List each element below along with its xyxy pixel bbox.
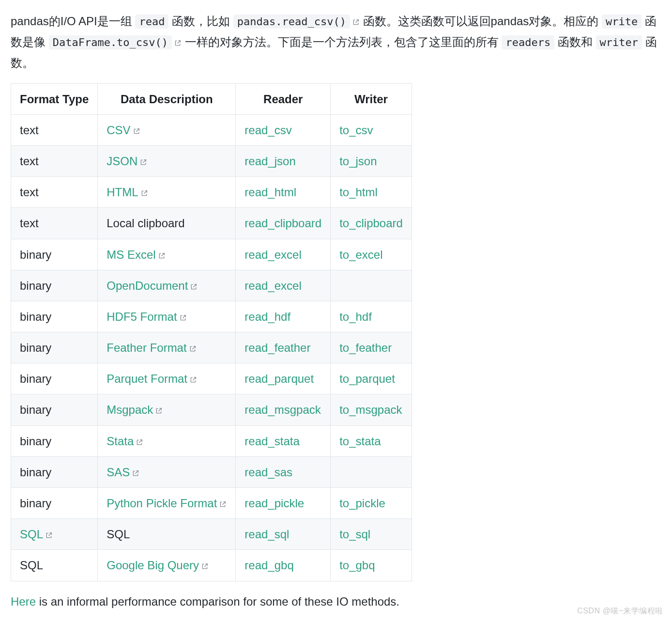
- table-row: textLocal clipboardread_clipboardto_clip…: [11, 208, 412, 239]
- reader-link[interactable]: read_sql: [244, 528, 289, 541]
- writer-link[interactable]: to_json: [339, 155, 377, 168]
- reader-link[interactable]: read_feather: [244, 341, 310, 354]
- cell-data-description: Python Pickle Format: [98, 488, 236, 519]
- th-data-description: Data Description: [98, 83, 236, 114]
- footer-text: is an informal performance comparison fo…: [36, 595, 399, 608]
- data-description-link[interactable]: HDF5 Format: [107, 310, 186, 323]
- cell-reader: read_excel: [236, 270, 331, 301]
- table-row: binarySASread_sas: [11, 456, 412, 487]
- table-row: binaryParquet Formatread_parquetto_parqu…: [11, 363, 412, 394]
- writer-link[interactable]: to_parquet: [339, 372, 395, 385]
- cell-reader: read_excel: [236, 239, 331, 270]
- external-link-icon: [352, 18, 360, 26]
- data-description-link[interactable]: Parquet Format: [107, 372, 197, 385]
- table-row: SQLGoogle Big Queryread_gbqto_gbq: [11, 550, 412, 581]
- table-row: binaryHDF5 Formatread_hdfto_hdf: [11, 301, 412, 332]
- data-description-link[interactable]: Google Big Query: [107, 559, 209, 572]
- cell-reader: read_stata: [236, 425, 331, 456]
- reader-link[interactable]: read_sas: [244, 466, 292, 479]
- reader-link[interactable]: read_pickle: [244, 497, 304, 510]
- reader-link[interactable]: read_hdf: [244, 310, 290, 323]
- cell-reader: read_sql: [236, 519, 331, 550]
- table-row: textHTMLread_htmlto_html: [11, 177, 412, 208]
- cell-writer: to_gbq: [331, 550, 412, 581]
- th-format-type: Format Type: [11, 83, 98, 114]
- reader-link[interactable]: read_stata: [244, 435, 299, 448]
- table-row: textJSONread_jsonto_json: [11, 145, 412, 176]
- code-read-csv: pandas.read_csv(): [233, 15, 350, 29]
- writer-link[interactable]: to_html: [339, 186, 378, 199]
- cell-reader: read_feather: [236, 332, 331, 363]
- cell-format-type: text: [11, 177, 98, 208]
- writer-link[interactable]: to_msgpack: [339, 403, 402, 416]
- cell-writer: [331, 456, 412, 487]
- table-row: SQLSQLread_sqlto_sql: [11, 519, 412, 550]
- writer-link[interactable]: to_stata: [339, 435, 381, 448]
- reader-link[interactable]: read_html: [244, 186, 296, 199]
- data-description-link[interactable]: Python Pickle Format: [107, 497, 227, 510]
- intro-text: 一样的对象方法。下面是一个方法列表，包含了这里面的所有: [185, 35, 502, 48]
- data-description-link[interactable]: OpenDocument: [107, 279, 198, 292]
- format-type-link[interactable]: SQL: [20, 528, 53, 541]
- cell-data-description: JSON: [98, 145, 236, 176]
- code-read: read: [135, 15, 168, 29]
- data-description-link[interactable]: Msgpack: [107, 403, 163, 416]
- cell-reader: read_pickle: [236, 488, 331, 519]
- reader-link[interactable]: read_excel: [244, 248, 301, 261]
- writer-link[interactable]: to_feather: [339, 341, 392, 354]
- cell-writer: to_pickle: [331, 488, 412, 519]
- table-row: binaryMS Excelread_excelto_excel: [11, 239, 412, 270]
- data-description-link[interactable]: Stata: [107, 435, 143, 448]
- code-readers: readers: [502, 35, 554, 49]
- reader-link[interactable]: read_excel: [244, 279, 301, 292]
- data-description-link[interactable]: JSON: [107, 155, 147, 168]
- cell-reader: read_csv: [236, 114, 331, 145]
- cell-data-description: SAS: [98, 456, 236, 487]
- reader-link[interactable]: read_clipboard: [244, 217, 321, 230]
- reader-link[interactable]: read_csv: [244, 124, 291, 137]
- code-to-csv: DataFrame.to_csv(): [49, 35, 172, 49]
- external-link-icon: [45, 531, 53, 539]
- intro-text: 函数和: [558, 35, 596, 48]
- cell-data-description: HDF5 Format: [98, 301, 236, 332]
- writer-link[interactable]: to_pickle: [339, 497, 385, 510]
- cell-format-type: binary: [11, 332, 98, 363]
- writer-link[interactable]: to_clipboard: [339, 217, 403, 230]
- data-description-link[interactable]: Feather Format: [107, 341, 196, 354]
- link-to-csv[interactable]: DataFrame.to_csv(): [49, 35, 182, 48]
- external-link-icon: [189, 376, 197, 384]
- data-description-link[interactable]: SAS: [107, 466, 139, 479]
- cell-format-type: SQL: [11, 519, 98, 550]
- link-read-csv[interactable]: pandas.read_csv(): [233, 15, 360, 28]
- cell-reader: read_hdf: [236, 301, 331, 332]
- cell-data-description: SQL: [98, 519, 236, 550]
- cell-writer: to_excel: [331, 239, 412, 270]
- reader-link[interactable]: read_gbq: [244, 559, 293, 572]
- table-row: textCSVread_csvto_csv: [11, 114, 412, 145]
- cell-writer: [331, 270, 412, 301]
- writer-link[interactable]: to_csv: [339, 124, 373, 137]
- external-link-icon: [189, 345, 197, 353]
- cell-data-description: HTML: [98, 177, 236, 208]
- data-description-link[interactable]: CSV: [107, 124, 140, 137]
- data-description-link[interactable]: HTML: [107, 186, 148, 199]
- cell-writer: to_clipboard: [331, 208, 412, 239]
- reader-link[interactable]: read_parquet: [244, 372, 314, 385]
- cell-data-description: Local clipboard: [98, 208, 236, 239]
- intro-text: 函数，比如: [172, 15, 233, 28]
- writer-link[interactable]: to_sql: [339, 528, 370, 541]
- writer-link[interactable]: to_gbq: [339, 559, 375, 572]
- cell-reader: read_clipboard: [236, 208, 331, 239]
- reader-link[interactable]: read_msgpack: [244, 403, 321, 416]
- table-row: binaryMsgpackread_msgpackto_msgpack: [11, 394, 412, 425]
- reader-link[interactable]: read_json: [244, 155, 295, 168]
- link-here[interactable]: Here: [11, 595, 36, 608]
- writer-link[interactable]: to_excel: [339, 248, 382, 261]
- table-row: binaryStataread_statato_stata: [11, 425, 412, 456]
- writer-link[interactable]: to_hdf: [339, 310, 372, 323]
- cell-data-description: OpenDocument: [98, 270, 236, 301]
- table-row: binaryFeather Formatread_featherto_feath…: [11, 332, 412, 363]
- io-methods-table: Format Type Data Description Reader Writ…: [11, 83, 412, 581]
- cell-data-description: Google Big Query: [98, 550, 236, 581]
- data-description-link[interactable]: MS Excel: [107, 248, 165, 261]
